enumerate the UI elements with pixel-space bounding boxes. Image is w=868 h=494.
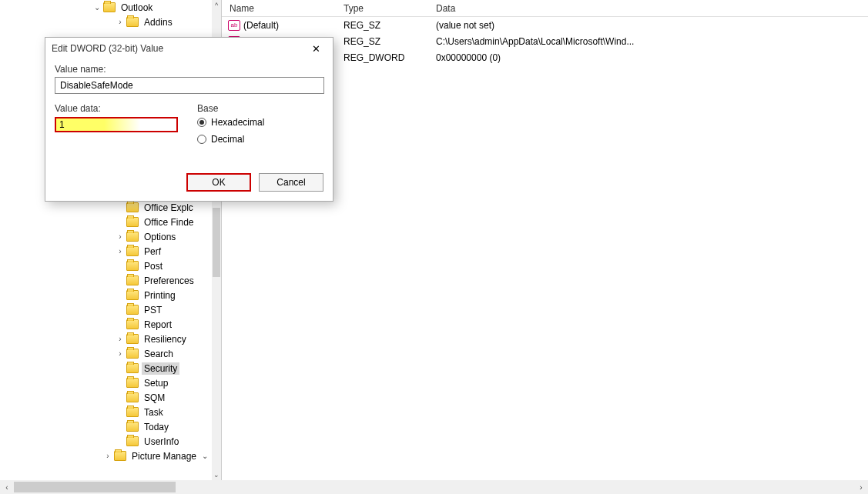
cell-type: REG_SZ bbox=[344, 36, 436, 47]
scroll-right-icon[interactable]: › bbox=[854, 480, 868, 494]
tree-item-security[interactable]: Security bbox=[0, 361, 212, 376]
dialog-titlebar[interactable]: Edit DWORD (32-bit) Value ✕ bbox=[45, 38, 333, 59]
chevron-right-icon[interactable]: › bbox=[116, 335, 125, 344]
string-value-icon: ab bbox=[228, 20, 240, 31]
folder-icon bbox=[126, 305, 139, 315]
chevron-right-icon[interactable]: › bbox=[116, 349, 125, 359]
tree-item-resiliency[interactable]: ›Resiliency bbox=[0, 332, 212, 346]
tree-item-picture-manager[interactable]: › Picture Manage ⌄ bbox=[0, 449, 212, 463]
tree-label: Addins bbox=[142, 16, 175, 28]
tree-label: Preferences bbox=[142, 275, 196, 287]
tree-label: Perf bbox=[142, 245, 163, 258]
folder-icon bbox=[126, 261, 139, 271]
scroll-down-icon[interactable]: ⌄ bbox=[212, 469, 221, 480]
tree-expander-blank bbox=[116, 422, 125, 432]
tree-item-setup[interactable]: Setup bbox=[0, 376, 212, 390]
tree-item-office-finde[interactable]: Office Finde bbox=[0, 215, 212, 229]
chevron-right-icon[interactable]: › bbox=[116, 232, 125, 242]
chevron-right-icon[interactable]: › bbox=[116, 247, 125, 256]
tree-label: Task bbox=[142, 406, 166, 419]
radio-icon bbox=[197, 118, 206, 127]
tree-label: PST bbox=[142, 304, 164, 316]
tree-expander-blank bbox=[116, 379, 125, 388]
scrollbar-thumb[interactable] bbox=[14, 482, 176, 492]
value-name-label: Value name: bbox=[55, 64, 323, 75]
list-row[interactable]: ab(Default)REG_SZ(value not set) bbox=[222, 17, 868, 33]
tree-label: Outlook bbox=[119, 2, 155, 14]
tree-expander-blank bbox=[116, 291, 125, 300]
tree-expander-blank bbox=[116, 437, 125, 446]
chevron-right-icon[interactable]: › bbox=[116, 18, 125, 27]
tree-item-addins[interactable]: › Addins bbox=[0, 15, 212, 29]
tree-item-post[interactable]: Post bbox=[0, 259, 212, 273]
tree-expander-blank bbox=[116, 364, 125, 373]
tree-expander-blank bbox=[116, 203, 125, 212]
tree-item-userinfo[interactable]: UserInfo bbox=[0, 434, 212, 449]
dialog-title: Edit DWORD (32-bit) Value bbox=[52, 43, 305, 54]
tree-item-report[interactable]: Report bbox=[0, 317, 212, 332]
folder-icon bbox=[126, 378, 139, 388]
tree-item-options[interactable]: ›Options bbox=[0, 229, 212, 244]
tree-label: Office Explc bbox=[142, 202, 196, 214]
radio-icon bbox=[197, 135, 206, 144]
tree-label: Printing bbox=[142, 289, 178, 302]
folder-icon bbox=[126, 334, 139, 344]
tree-expander-blank bbox=[116, 393, 125, 402]
folder-icon bbox=[126, 319, 139, 329]
chevron-down-icon[interactable]: ⌄ bbox=[92, 3, 102, 12]
cell-data: (value not set) bbox=[436, 20, 868, 31]
tree-item-outlook[interactable]: ⌄ Outlook bbox=[0, 0, 212, 15]
radio-hexadecimal[interactable]: Hexadecimal bbox=[197, 114, 323, 131]
value-data-label: Value data: bbox=[55, 103, 197, 114]
base-label: Base bbox=[197, 103, 323, 114]
tree-label: Resiliency bbox=[142, 333, 189, 345]
cell-name: (Default) bbox=[243, 20, 344, 31]
tree-item-task[interactable]: Task bbox=[0, 405, 212, 419]
tree-item-perf[interactable]: ›Perf bbox=[0, 244, 212, 259]
scrollbar-thumb[interactable] bbox=[213, 208, 220, 277]
folder-icon bbox=[126, 363, 139, 373]
column-header-type[interactable]: Type bbox=[344, 3, 436, 14]
horizontal-scrollbar[interactable]: ‹ › bbox=[0, 480, 868, 494]
tree-label: Search bbox=[142, 348, 176, 360]
dialog-button-row: OK Cancel bbox=[186, 173, 323, 192]
tree-item-pst[interactable]: PST bbox=[0, 302, 212, 317]
tree-expander-blank bbox=[116, 305, 125, 315]
folder-icon bbox=[126, 217, 139, 227]
tree-item-sqm[interactable]: SQM bbox=[0, 390, 212, 405]
chevron-right-icon[interactable]: › bbox=[103, 452, 112, 461]
tree-label: UserInfo bbox=[142, 436, 181, 448]
value-data-input[interactable] bbox=[55, 117, 178, 132]
folder-icon bbox=[126, 202, 139, 212]
folder-icon bbox=[126, 349, 139, 359]
column-header-data[interactable]: Data bbox=[436, 3, 868, 14]
scrollbar-track[interactable] bbox=[14, 480, 854, 494]
tree-item-preferences[interactable]: Preferences bbox=[0, 273, 212, 288]
folder-icon bbox=[126, 407, 139, 417]
scroll-left-icon[interactable]: ‹ bbox=[0, 480, 14, 494]
close-button[interactable]: ✕ bbox=[305, 41, 327, 56]
folder-icon bbox=[126, 392, 139, 402]
column-header-name[interactable]: Name bbox=[222, 3, 344, 14]
tree-label-selected: Security bbox=[142, 362, 179, 375]
value-name-input[interactable] bbox=[55, 77, 324, 94]
scroll-up-icon[interactable]: ^ bbox=[212, 0, 221, 11]
tree-label: Report bbox=[142, 319, 174, 331]
chevron-down-icon[interactable]: ⌄ bbox=[200, 452, 209, 461]
folder-icon bbox=[126, 436, 139, 446]
tree-expander-blank bbox=[116, 218, 125, 227]
tree-label: Today bbox=[142, 421, 171, 433]
tree-item-search[interactable]: ›Search bbox=[0, 346, 212, 361]
cell-data: C:\Users\admin\AppData\Local\Microsoft\W… bbox=[436, 36, 868, 47]
ok-button[interactable]: OK bbox=[186, 173, 251, 192]
tree-item-today[interactable]: Today bbox=[0, 419, 212, 434]
tree-label: Options bbox=[142, 231, 178, 243]
folder-icon bbox=[126, 17, 139, 27]
tree-item-printing[interactable]: Printing bbox=[0, 288, 212, 302]
folder-icon bbox=[126, 232, 139, 242]
tree-expander-blank bbox=[116, 262, 125, 271]
radio-decimal[interactable]: Decimal bbox=[197, 131, 323, 148]
cancel-button[interactable]: Cancel bbox=[259, 173, 323, 192]
tree-item-office-explc[interactable]: Office Explc bbox=[0, 200, 212, 215]
folder-icon bbox=[103, 2, 116, 12]
